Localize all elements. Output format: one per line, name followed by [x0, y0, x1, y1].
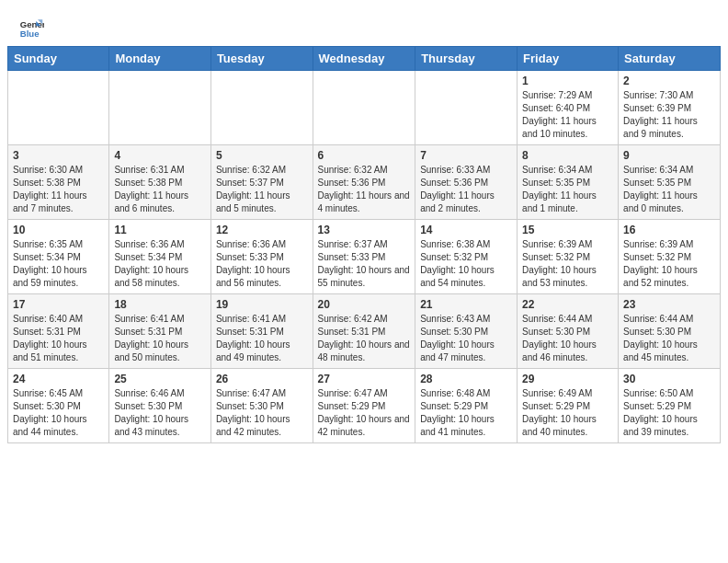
day-number: 28 [420, 373, 512, 385]
calendar-header: SundayMondayTuesdayWednesdayThursdayFrid… [8, 47, 721, 71]
weekday-header-thursday: Thursday [415, 47, 518, 71]
day-info: Sunrise: 6:45 AM Sunset: 5:30 PM Dayligh… [13, 387, 104, 439]
day-info: Sunrise: 6:43 AM Sunset: 5:30 PM Dayligh… [420, 313, 512, 364]
day-number: 21 [420, 298, 512, 311]
calendar-cell: 8Sunrise: 6:34 AM Sunset: 5:35 PM Daylig… [518, 145, 619, 220]
logo-icon: General Blue [18, 15, 44, 40]
calendar-cell: 4Sunrise: 6:31 AM Sunset: 5:38 PM Daylig… [109, 145, 211, 220]
day-number: 4 [114, 149, 206, 162]
day-number: 7 [420, 149, 512, 162]
day-info: Sunrise: 6:36 AM Sunset: 5:33 PM Dayligh… [216, 238, 308, 290]
day-info: Sunrise: 6:31 AM Sunset: 5:38 PM Dayligh… [114, 164, 206, 215]
calendar-cell [8, 71, 109, 145]
logo: General Blue [18, 15, 44, 40]
day-number: 13 [318, 224, 411, 236]
calendar-cell: 1Sunrise: 7:29 AM Sunset: 6:40 PM Daylig… [518, 71, 619, 145]
day-number: 25 [114, 373, 206, 385]
calendar-cell: 12Sunrise: 6:36 AM Sunset: 5:33 PM Dayli… [210, 220, 313, 294]
day-info: Sunrise: 6:42 AM Sunset: 5:31 PM Dayligh… [318, 313, 411, 364]
calendar-cell: 3Sunrise: 6:30 AM Sunset: 5:38 PM Daylig… [8, 145, 109, 220]
calendar-cell: 17Sunrise: 6:40 AM Sunset: 5:31 PM Dayli… [8, 294, 109, 369]
page-header: General Blue [0, 0, 728, 46]
day-number: 29 [522, 373, 613, 385]
calendar-cell: 13Sunrise: 6:37 AM Sunset: 5:33 PM Dayli… [313, 220, 415, 294]
weekday-header-sunday: Sunday [8, 47, 109, 71]
day-info: Sunrise: 6:49 AM Sunset: 5:29 PM Dayligh… [522, 387, 613, 439]
day-info: Sunrise: 6:39 AM Sunset: 5:32 PM Dayligh… [623, 238, 715, 290]
day-info: Sunrise: 6:38 AM Sunset: 5:32 PM Dayligh… [420, 238, 512, 290]
day-number: 24 [13, 373, 104, 385]
day-number: 9 [623, 149, 715, 162]
day-info: Sunrise: 6:37 AM Sunset: 5:33 PM Dayligh… [318, 238, 411, 290]
day-number: 27 [318, 373, 411, 385]
day-info: Sunrise: 6:41 AM Sunset: 5:31 PM Dayligh… [114, 313, 206, 364]
day-number: 14 [420, 224, 512, 236]
day-number: 16 [623, 224, 715, 236]
calendar-cell: 18Sunrise: 6:41 AM Sunset: 5:31 PM Dayli… [109, 294, 211, 369]
calendar-cell: 9Sunrise: 6:34 AM Sunset: 5:35 PM Daylig… [619, 145, 721, 220]
day-info: Sunrise: 7:30 AM Sunset: 6:39 PM Dayligh… [623, 89, 715, 141]
day-number: 3 [13, 149, 104, 162]
day-number: 30 [623, 373, 715, 385]
day-info: Sunrise: 6:32 AM Sunset: 5:36 PM Dayligh… [318, 164, 411, 215]
calendar-cell: 21Sunrise: 6:43 AM Sunset: 5:30 PM Dayli… [415, 294, 518, 369]
day-number: 20 [318, 298, 411, 311]
calendar-cell: 28Sunrise: 6:48 AM Sunset: 5:29 PM Dayli… [415, 369, 518, 443]
day-number: 6 [318, 149, 411, 162]
calendar-cell: 25Sunrise: 6:46 AM Sunset: 5:30 PM Dayli… [109, 369, 211, 443]
calendar-cell [109, 71, 211, 145]
calendar-cell: 6Sunrise: 6:32 AM Sunset: 5:36 PM Daylig… [313, 145, 415, 220]
calendar-cell: 22Sunrise: 6:44 AM Sunset: 5:30 PM Dayli… [518, 294, 619, 369]
calendar-wrapper: SundayMondayTuesdayWednesdayThursdayFrid… [0, 46, 728, 451]
day-info: Sunrise: 6:39 AM Sunset: 5:32 PM Dayligh… [522, 238, 613, 290]
day-number: 18 [114, 298, 206, 311]
calendar-cell: 10Sunrise: 6:35 AM Sunset: 5:34 PM Dayli… [8, 220, 109, 294]
day-info: Sunrise: 6:47 AM Sunset: 5:30 PM Dayligh… [216, 387, 308, 439]
day-info: Sunrise: 6:36 AM Sunset: 5:34 PM Dayligh… [114, 238, 206, 290]
day-info: Sunrise: 6:50 AM Sunset: 5:29 PM Dayligh… [623, 387, 715, 439]
calendar-cell: 30Sunrise: 6:50 AM Sunset: 5:29 PM Dayli… [619, 369, 721, 443]
calendar-cell [313, 71, 415, 145]
calendar-week-2: 3Sunrise: 6:30 AM Sunset: 5:38 PM Daylig… [8, 145, 721, 220]
day-info: Sunrise: 6:46 AM Sunset: 5:30 PM Dayligh… [114, 387, 206, 439]
day-number: 5 [216, 149, 308, 162]
calendar-cell [210, 71, 313, 145]
day-number: 10 [13, 224, 104, 236]
day-info: Sunrise: 7:29 AM Sunset: 6:40 PM Dayligh… [522, 89, 613, 141]
day-number: 26 [216, 373, 308, 385]
calendar-cell: 7Sunrise: 6:33 AM Sunset: 5:36 PM Daylig… [415, 145, 518, 220]
day-info: Sunrise: 6:35 AM Sunset: 5:34 PM Dayligh… [13, 238, 104, 290]
day-info: Sunrise: 6:41 AM Sunset: 5:31 PM Dayligh… [216, 313, 308, 364]
day-info: Sunrise: 6:30 AM Sunset: 5:38 PM Dayligh… [13, 164, 104, 215]
calendar-week-1: 1Sunrise: 7:29 AM Sunset: 6:40 PM Daylig… [8, 71, 721, 145]
day-info: Sunrise: 6:34 AM Sunset: 5:35 PM Dayligh… [623, 164, 715, 215]
weekday-header-saturday: Saturday [619, 47, 721, 71]
calendar-week-4: 17Sunrise: 6:40 AM Sunset: 5:31 PM Dayli… [8, 294, 721, 369]
calendar-cell: 26Sunrise: 6:47 AM Sunset: 5:30 PM Dayli… [210, 369, 313, 443]
day-number: 23 [623, 298, 715, 311]
calendar-cell: 16Sunrise: 6:39 AM Sunset: 5:32 PM Dayli… [619, 220, 721, 294]
calendar-week-3: 10Sunrise: 6:35 AM Sunset: 5:34 PM Dayli… [8, 220, 721, 294]
calendar-cell: 14Sunrise: 6:38 AM Sunset: 5:32 PM Dayli… [415, 220, 518, 294]
weekday-header-wednesday: Wednesday [313, 47, 415, 71]
weekday-header-monday: Monday [109, 47, 211, 71]
day-number: 12 [216, 224, 308, 236]
day-number: 19 [216, 298, 308, 311]
weekday-header-tuesday: Tuesday [210, 47, 313, 71]
calendar-cell: 2Sunrise: 7:30 AM Sunset: 6:39 PM Daylig… [619, 71, 721, 145]
svg-text:Blue: Blue [20, 29, 40, 39]
day-info: Sunrise: 6:44 AM Sunset: 5:30 PM Dayligh… [623, 313, 715, 364]
calendar-cell: 15Sunrise: 6:39 AM Sunset: 5:32 PM Dayli… [518, 220, 619, 294]
calendar-week-5: 24Sunrise: 6:45 AM Sunset: 5:30 PM Dayli… [8, 369, 721, 443]
calendar-cell: 23Sunrise: 6:44 AM Sunset: 5:30 PM Dayli… [619, 294, 721, 369]
day-number: 11 [114, 224, 206, 236]
day-number: 8 [522, 149, 613, 162]
calendar-body: 1Sunrise: 7:29 AM Sunset: 6:40 PM Daylig… [8, 71, 721, 443]
calendar-cell: 29Sunrise: 6:49 AM Sunset: 5:29 PM Dayli… [518, 369, 619, 443]
calendar-cell: 24Sunrise: 6:45 AM Sunset: 5:30 PM Dayli… [8, 369, 109, 443]
calendar-cell: 5Sunrise: 6:32 AM Sunset: 5:37 PM Daylig… [210, 145, 313, 220]
day-number: 2 [623, 75, 715, 87]
day-number: 17 [13, 298, 104, 311]
day-number: 1 [522, 75, 613, 87]
calendar-table: SundayMondayTuesdayWednesdayThursdayFrid… [7, 46, 721, 443]
